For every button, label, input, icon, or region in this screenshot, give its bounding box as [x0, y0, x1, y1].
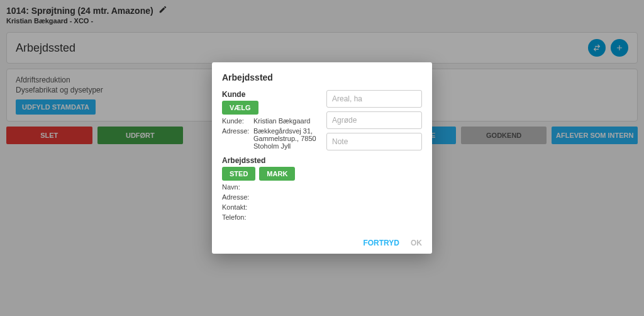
address-key: Adresse:	[222, 127, 253, 150]
mark-button[interactable]: MARK	[259, 167, 295, 181]
workplace-modal: Arbejdssted Kunde VÆLG Kunde: Kristian B…	[212, 62, 432, 254]
modal-overlay[interactable]: Arbejdssted Kunde VÆLG Kunde: Kristian B…	[0, 0, 644, 316]
address2-key: Adresse:	[222, 193, 253, 201]
ok-button[interactable]: OK	[411, 239, 422, 247]
note-input[interactable]	[326, 133, 422, 150]
contact-key: Kontakt:	[222, 203, 253, 211]
crop-input[interactable]	[326, 111, 422, 129]
name-value	[253, 183, 318, 191]
select-customer-button[interactable]: VÆLG	[222, 101, 258, 115]
cancel-button[interactable]: FORTRYD	[363, 239, 399, 247]
customer-value: Kristian Bækgaard	[253, 117, 318, 125]
address-value: Bækkegårdsvej 31, Gammelstrup., 7850 Sto…	[253, 127, 318, 150]
modal-title: Arbejdssted	[222, 72, 422, 82]
areal-input[interactable]	[326, 90, 422, 108]
workplace-label: Arbejdssted	[222, 156, 318, 165]
name-key: Navn:	[222, 183, 253, 191]
address2-value	[253, 193, 318, 201]
customer-key: Kunde:	[222, 117, 253, 125]
phone-value	[253, 213, 318, 221]
sted-button[interactable]: STED	[222, 167, 255, 181]
phone-key: Telefon:	[222, 213, 253, 221]
contact-value	[253, 203, 318, 211]
customer-label: Kunde	[222, 90, 318, 99]
